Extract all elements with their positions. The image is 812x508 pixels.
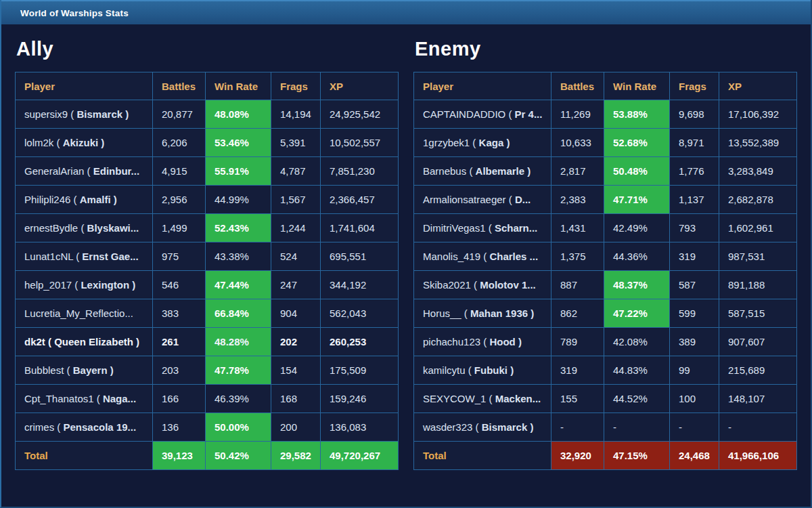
battles-cell: - [551,413,604,442]
column-header-xp: XP [719,72,797,100]
player-name: ernestBydle ( [24,222,87,234]
ship-name: Bismarck ) [77,108,129,120]
ally-section: Ally Player Battles Win Rate Frags XP su… [15,24,399,470]
winrate-cell: 42.08% [604,328,670,356]
column-header-battles: Battles [153,72,206,100]
table-row: Skiba2021 ( Molotov 1... 887 48.37% 587 … [414,271,797,299]
player-cell: lolm2k ( Akizuki ) [16,129,153,157]
frags-cell: 8,971 [670,129,719,157]
table-row: pichachu123 ( Hood ) 789 42.08% 389 907,… [414,328,797,356]
window-titlebar[interactable]: World of Warships Stats [1,0,811,24]
table-row: DimitriVegas1 ( Scharn... 1,431 42.49% 7… [414,214,797,242]
winrate-cell: 44.36% [604,242,670,271]
player-name: DimitriVegas1 ( [423,222,495,234]
ship-name: Lexington ) [81,279,135,291]
table-row: kamilcytu ( Fubuki ) 319 44.83% 99 215,6… [414,356,797,385]
winrate-cell: 53.88% [604,100,670,129]
battles-cell: 1,375 [551,242,604,271]
winrate-cell: 50.48% [604,157,670,186]
enemy-section: Enemy Player Battles Win Rate Frags XP C… [413,24,797,470]
winrate-cell: 52.68% [604,129,670,157]
frags-cell: 4,787 [271,157,321,186]
xp-cell: 1,602,961 [719,214,797,242]
frags-cell: 14,194 [271,100,321,129]
player-name: wasder323 ( [423,421,482,433]
battles-cell: 2,383 [551,186,604,214]
table-header-row: Player Battles Win Rate Frags XP [16,72,399,100]
battles-cell: 203 [153,356,206,385]
column-header-xp: XP [321,72,399,100]
winrate-cell: 50.00% [206,413,271,442]
winrate-cell: 47.71% [604,186,670,214]
xp-cell: 344,192 [321,271,399,299]
player-name: Armalionsatraeger ( [423,194,515,205]
xp-cell: 2,682,878 [719,186,797,214]
battles-cell: 136 [153,413,206,442]
player-cell: CAPTAINDADDIO ( Pr 4... [414,100,551,129]
battles-cell: 166 [153,385,206,413]
player-cell: GeneralArian ( Edinbur... [16,157,153,186]
xp-cell: 587,515 [719,299,797,328]
battles-cell: 261 [153,328,206,356]
frags-cell: 793 [670,214,719,242]
ship-name: Molotov 1... [480,279,536,291]
player-cell: DimitriVegas1 ( Scharn... [414,214,551,242]
xp-cell: 10,502,557 [321,129,399,157]
winrate-cell: 42.49% [604,214,670,242]
xp-cell: 148,107 [719,385,797,413]
player-cell: Philipli246 ( Amalfi ) [16,186,153,214]
ally-stats-table: Player Battles Win Rate Frags XP supersi… [15,72,399,470]
table-row: wasder323 ( Bismarck ) - - - - [414,413,797,442]
ship-name: Bayern ) [73,364,114,376]
total-battles: 32,920 [551,442,604,470]
frags-cell: 587 [670,271,719,299]
player-name: CAPTAINDADDIO ( [423,108,515,120]
frags-cell: 154 [271,356,321,385]
player-name: GeneralArian ( [24,165,93,177]
frags-cell: 5,391 [271,129,321,157]
winrate-cell: 53.46% [206,129,271,157]
ship-name: Bismarck ) [482,421,534,433]
player-cell: Bubblest ( Bayern ) [16,356,153,385]
ship-name: Ernst Gae... [82,251,138,262]
total-winrate: 50.42% [206,442,271,470]
battles-cell: 155 [551,385,604,413]
ally-heading: Ally [16,38,399,60]
frags-cell: 599 [670,299,719,328]
total-xp: 41,966,106 [719,442,797,470]
window-title: World of Warships Stats [20,8,129,18]
total-xp: 49,720,267 [321,442,399,470]
player-name: Barnebus ( [423,165,476,177]
player-cell: Barnebus ( Albemarle ) [414,157,551,186]
ship-name: Mahan 1936 ) [470,308,534,319]
xp-cell: 1,741,604 [321,214,399,242]
table-row: 1grzybek1 ( Kaga ) 10,633 52.68% 8,971 1… [414,129,797,157]
battles-cell: 975 [153,242,206,271]
frags-cell: 9,698 [670,100,719,129]
table-row: ernestBydle ( Blyskawi... 1,499 52.43% 1… [16,214,399,242]
player-name: dk2t ( [24,336,54,347]
player-cell: Cpt_Thanatos1 ( Naga... [16,385,153,413]
ship-name: Amalfi ) [80,194,117,205]
xp-cell: 987,531 [719,242,797,271]
player-name: Cpt_Thanatos1 ( [24,393,103,404]
xp-cell: 562,043 [321,299,399,328]
winrate-cell: 47.22% [604,299,670,328]
winrate-cell: 66.84% [206,299,271,328]
xp-cell: - [719,413,797,442]
ship-name: Queen Elizabeth ) [54,336,139,347]
table-row: Bubblest ( Bayern ) 203 47.78% 154 175,5… [16,356,399,385]
player-cell: Lunat1cNL ( Ernst Gae... [16,242,153,271]
player-cell: Horus__ ( Mahan 1936 ) [414,299,551,328]
frags-cell: 1,137 [670,186,719,214]
ship-name: Kaga ) [479,137,510,148]
winrate-cell: 44.83% [604,356,670,385]
player-cell: help_2017 ( Lexington ) [16,271,153,299]
ship-name: Pr 4... [515,108,543,120]
player-name: SEXYCOW_1 ( [423,393,495,404]
frags-cell: 904 [271,299,321,328]
player-name: Lucretia_My_Reflectio... [24,308,133,319]
winrate-cell: 47.78% [206,356,271,385]
winrate-cell: 48.28% [206,328,271,356]
frags-cell: 1,244 [271,214,321,242]
